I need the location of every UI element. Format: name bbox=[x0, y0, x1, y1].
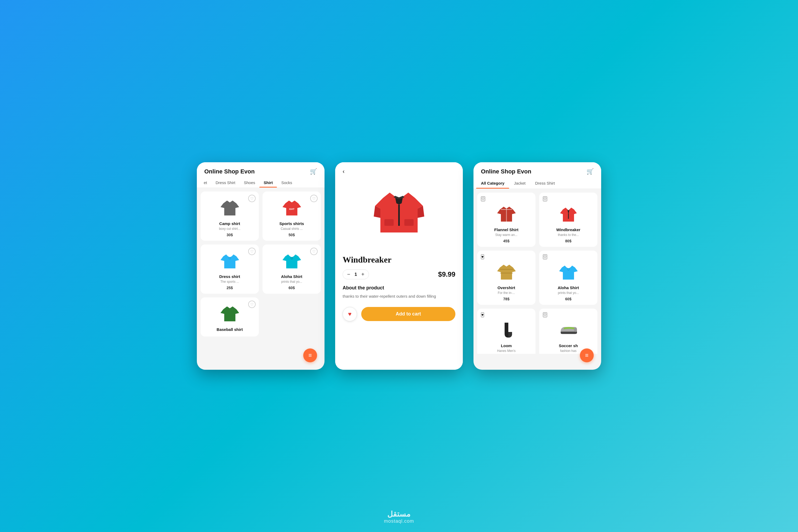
aloha-shirt-name: Aloha Shirt bbox=[266, 274, 317, 279]
aloha-shirt-3-img bbox=[556, 262, 581, 283]
quantity-control: − 1 + bbox=[343, 269, 369, 279]
aloha-shirt-3-price: 60$ bbox=[543, 297, 594, 301]
camp-shirt-name: Camp shirt bbox=[204, 221, 255, 226]
windbreaker-name: Windbreaker bbox=[543, 227, 594, 232]
windbreaker-jacket-svg bbox=[373, 187, 425, 241]
about-product-desc: thanks to their water-repellent outers a… bbox=[343, 293, 455, 300]
wishlist-flannel-shirt[interactable]: ♡ bbox=[481, 196, 485, 201]
fab-btn-1[interactable]: ≡ bbox=[303, 348, 317, 362]
product-card-aloha-shirt-3[interactable]: ♡ Aloha Shirt prints that yo... 60$ bbox=[539, 251, 597, 305]
wishlist-dress-shirt[interactable]: ♡ bbox=[248, 248, 255, 255]
windbreaker-thumb-svg bbox=[559, 205, 578, 224]
screen1-header: Online Shop Evon 🛒 bbox=[197, 162, 324, 178]
qty-increase-btn[interactable]: + bbox=[361, 271, 364, 278]
tab-shoes[interactable]: Shoes bbox=[240, 178, 260, 188]
tab-dress-shirt[interactable]: Dress Shirt bbox=[211, 178, 240, 188]
product-card-baseball-shirt[interactable]: ♡ Baseball shirt bbox=[201, 298, 259, 337]
loom-name: Loom bbox=[481, 343, 532, 348]
product-card-sports-shirts[interactable]: ♡ IGHT Sports shirts Casual shirts ... 5… bbox=[263, 191, 321, 241]
tab3-all-category[interactable]: All Category bbox=[476, 178, 509, 189]
sports-shirts-desc: Casual shirts ... bbox=[266, 227, 317, 231]
cart-icon[interactable]: 🛒 bbox=[310, 168, 317, 175]
svg-marker-3 bbox=[221, 254, 239, 269]
wishlist-loom[interactable]: ♥ bbox=[481, 312, 484, 317]
watermark: مستقل mostaql.com bbox=[384, 510, 414, 524]
product-card-flannel-shirt[interactable]: ♡ Flannel Shirt Stay warm an... 45$ bbox=[477, 193, 535, 247]
screen2-wrapper: ‹ bbox=[335, 162, 463, 370]
tab-socks[interactable]: Socks bbox=[277, 178, 296, 188]
camp-shirt-img bbox=[218, 197, 242, 218]
product-card-dress-shirt[interactable]: ♡ Dress shirt The sports ... 25$ bbox=[201, 244, 259, 294]
svg-point-6 bbox=[291, 257, 292, 259]
overshirt-img bbox=[494, 262, 518, 283]
svg-rect-10 bbox=[404, 219, 414, 226]
aloha-shirt-img bbox=[280, 250, 304, 271]
dress-shirt-svg bbox=[221, 252, 239, 270]
aloha-shirt-price: 60$ bbox=[266, 286, 317, 290]
product-detail-title: Windbreaker bbox=[343, 255, 455, 265]
wishlist-overshirt[interactable]: ♥ bbox=[481, 254, 484, 259]
detail-back-header: ‹ bbox=[335, 162, 463, 179]
aloha-shirt-3-svg bbox=[559, 263, 578, 281]
soccer-shoe-svg bbox=[559, 321, 578, 339]
soccer-shoe-img bbox=[556, 320, 581, 341]
product-card-camp-shirt[interactable]: ♡ Camp shirt boxy cut shirt... 30$ bbox=[201, 191, 259, 241]
dress-shirt-desc: The sports ... bbox=[204, 280, 255, 284]
fab-btn-3[interactable]: ≡ bbox=[580, 348, 594, 362]
back-button[interactable]: ‹ bbox=[343, 168, 344, 175]
svg-rect-14 bbox=[568, 213, 569, 219]
svg-rect-8 bbox=[398, 205, 400, 226]
loom-img bbox=[494, 320, 518, 341]
wishlist-aloha-shirt-3[interactable]: ♡ bbox=[543, 254, 547, 259]
camp-shirt-svg bbox=[221, 199, 239, 217]
svg-marker-15 bbox=[497, 265, 516, 280]
wishlist-windbreaker[interactable]: ♡ bbox=[543, 196, 547, 201]
product-detail-price: $9.99 bbox=[438, 270, 455, 279]
favorite-button[interactable]: ♥ bbox=[343, 307, 357, 321]
screen3-tab-bar: All Category Jacket Dress Shirt bbox=[474, 178, 601, 189]
screen3-header: Online Shop Evon 🛒 bbox=[474, 162, 601, 178]
product-card-loom[interactable]: ♥ Loom Hanes Men's bbox=[477, 308, 535, 354]
screen3-title: Online Shop Evon bbox=[481, 168, 531, 175]
wishlist-baseball-shirt[interactable]: ♡ bbox=[248, 301, 255, 308]
svg-point-20 bbox=[574, 328, 577, 332]
qty-decrease-btn[interactable]: − bbox=[347, 271, 350, 278]
baseball-shirt-svg bbox=[221, 305, 239, 323]
screen1: Online Shop Evon 🛒 et Dress Shirt Shoes … bbox=[197, 162, 324, 370]
soccer-shoe-name: Soccer sh bbox=[543, 343, 594, 348]
svg-text:IGHT: IGHT bbox=[289, 208, 294, 210]
add-to-cart-button[interactable]: Add to cart bbox=[361, 307, 455, 321]
wishlist-camp-shirt[interactable]: ♡ bbox=[248, 195, 255, 202]
aloha-shirt-svg bbox=[283, 252, 301, 270]
dress-shirt-name: Dress shirt bbox=[204, 274, 255, 279]
product-card-overshirt[interactable]: ♥ Overshirt For the in-... 78$ bbox=[477, 251, 535, 305]
windbreaker-detail-img bbox=[335, 179, 463, 248]
tab3-jacket[interactable]: Jacket bbox=[509, 178, 530, 189]
aloha-shirt-desc: prints that yo... bbox=[266, 280, 317, 284]
flannel-shirt-name: Flannel Shirt bbox=[481, 227, 532, 232]
tab3-dress-shirt[interactable]: Dress Shirt bbox=[530, 178, 560, 189]
product-detail-content: Windbreaker − 1 + $9.99 About the produc… bbox=[335, 248, 463, 370]
screen3-cart-icon[interactable]: 🛒 bbox=[587, 168, 594, 175]
action-row: ♥ Add to cart bbox=[343, 307, 455, 321]
tab-et[interactable]: et bbox=[200, 178, 211, 188]
flannel-shirt-desc: Stay warm an... bbox=[481, 233, 532, 237]
watermark-url: mostaql.com bbox=[384, 518, 414, 524]
screen1-title: Online Shop Evon bbox=[204, 168, 254, 175]
windbreaker-desc: thanks to the... bbox=[543, 233, 594, 237]
wishlist-aloha-shirt[interactable]: ♡ bbox=[310, 248, 318, 255]
wishlist-sports-shirts[interactable]: ♡ bbox=[310, 195, 318, 202]
tab-shirt[interactable]: Shirt bbox=[259, 178, 277, 188]
overshirt-desc: For the in-... bbox=[481, 291, 532, 295]
svg-marker-5 bbox=[283, 254, 301, 269]
product-card-aloha-shirt[interactable]: ♡ Aloha Shirt prints that yo... 60$ bbox=[263, 244, 321, 294]
product-card-windbreaker[interactable]: ♡ Windbreaker thanks to the... 80$ bbox=[539, 193, 597, 247]
dress-shirt-img bbox=[218, 250, 242, 271]
dress-shirt-price: 25$ bbox=[204, 286, 255, 290]
about-product-title: About the product bbox=[343, 285, 455, 291]
product-card-soccer-shoe[interactable]: ♡ Soccer sh bbox=[539, 308, 597, 354]
wishlist-soccer-shoe[interactable]: ♡ bbox=[543, 312, 547, 317]
camp-shirt-price: 30$ bbox=[204, 233, 255, 237]
product-grid-3: ♡ Flannel Shirt Stay warm an... 45$ ♡ bbox=[474, 189, 601, 354]
svg-rect-9 bbox=[384, 219, 394, 226]
